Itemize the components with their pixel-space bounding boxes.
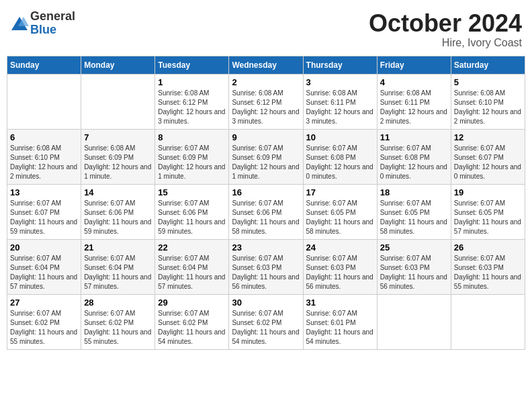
day-info: Sunrise: 6:08 AM Sunset: 6:12 PM Dayligh… xyxy=(232,89,300,126)
calendar-cell: 15Sunrise: 6:07 AM Sunset: 6:06 PM Dayli… xyxy=(155,184,229,239)
day-info: Sunrise: 6:07 AM Sunset: 6:05 PM Dayligh… xyxy=(454,199,522,236)
col-sunday: Sunday xyxy=(7,56,81,74)
day-info: Sunrise: 6:07 AM Sunset: 6:03 PM Dayligh… xyxy=(232,254,300,291)
col-thursday: Thursday xyxy=(303,56,377,74)
day-number: 29 xyxy=(158,298,226,308)
day-number: 19 xyxy=(454,187,522,197)
day-number: 14 xyxy=(84,187,152,197)
calendar-week-3: 13Sunrise: 6:07 AM Sunset: 6:07 PM Dayli… xyxy=(7,184,525,239)
calendar-cell: 13Sunrise: 6:07 AM Sunset: 6:07 PM Dayli… xyxy=(7,184,81,239)
day-number: 25 xyxy=(380,242,448,253)
day-number: 27 xyxy=(10,298,78,308)
day-number: 10 xyxy=(306,132,374,142)
day-number: 1 xyxy=(158,77,226,87)
calendar-cell: 23Sunrise: 6:07 AM Sunset: 6:03 PM Dayli… xyxy=(229,239,303,294)
calendar-cell xyxy=(451,294,525,349)
day-number: 17 xyxy=(306,187,374,197)
calendar-cell xyxy=(377,294,451,349)
day-number: 15 xyxy=(158,187,226,197)
calendar-cell: 25Sunrise: 6:07 AM Sunset: 6:03 PM Dayli… xyxy=(377,239,451,294)
col-monday: Monday xyxy=(81,56,155,74)
calendar-cell: 21Sunrise: 6:07 AM Sunset: 6:04 PM Dayli… xyxy=(81,239,155,294)
day-number: 31 xyxy=(306,298,374,308)
day-info: Sunrise: 6:08 AM Sunset: 6:12 PM Dayligh… xyxy=(158,89,226,126)
day-info: Sunrise: 6:07 AM Sunset: 6:08 PM Dayligh… xyxy=(306,144,374,181)
day-info: Sunrise: 6:08 AM Sunset: 6:09 PM Dayligh… xyxy=(84,144,152,181)
calendar-week-5: 27Sunrise: 6:07 AM Sunset: 6:02 PM Dayli… xyxy=(7,294,525,349)
calendar-cell: 1Sunrise: 6:08 AM Sunset: 6:12 PM Daylig… xyxy=(155,74,229,129)
day-info: Sunrise: 6:07 AM Sunset: 6:07 PM Dayligh… xyxy=(454,144,522,181)
day-info: Sunrise: 6:07 AM Sunset: 6:04 PM Dayligh… xyxy=(10,254,78,291)
month-info: October 2024 Hire, Ivory Coast xyxy=(369,10,522,49)
month-title: October 2024 xyxy=(369,10,522,37)
calendar-cell: 17Sunrise: 6:07 AM Sunset: 6:05 PM Dayli… xyxy=(303,184,377,239)
page-header: General Blue October 2024 Hire, Ivory Co… xyxy=(7,7,525,49)
calendar-cell: 16Sunrise: 6:07 AM Sunset: 6:06 PM Dayli… xyxy=(229,184,303,239)
calendar-cell: 4Sunrise: 6:08 AM Sunset: 6:11 PM Daylig… xyxy=(377,74,451,129)
logo-icon xyxy=(10,14,29,33)
col-wednesday: Wednesday xyxy=(229,56,303,74)
calendar-cell xyxy=(7,74,81,129)
day-info: Sunrise: 6:08 AM Sunset: 6:11 PM Dayligh… xyxy=(306,89,374,126)
logo-text: General Blue xyxy=(30,10,75,37)
calendar-cell: 10Sunrise: 6:07 AM Sunset: 6:08 PM Dayli… xyxy=(303,129,377,184)
calendar-cell: 24Sunrise: 6:07 AM Sunset: 6:03 PM Dayli… xyxy=(303,239,377,294)
col-tuesday: Tuesday xyxy=(155,56,229,74)
day-info: Sunrise: 6:07 AM Sunset: 6:06 PM Dayligh… xyxy=(158,199,226,236)
day-number: 20 xyxy=(10,242,78,253)
calendar-cell: 2Sunrise: 6:08 AM Sunset: 6:12 PM Daylig… xyxy=(229,74,303,129)
col-friday: Friday xyxy=(377,56,451,74)
calendar-header-row: Sunday Monday Tuesday Wednesday Thursday… xyxy=(7,56,525,74)
day-info: Sunrise: 6:07 AM Sunset: 6:08 PM Dayligh… xyxy=(380,144,448,181)
day-number: 13 xyxy=(10,187,78,197)
day-info: Sunrise: 6:07 AM Sunset: 6:04 PM Dayligh… xyxy=(158,254,226,291)
day-number: 7 xyxy=(84,132,152,142)
day-info: Sunrise: 6:07 AM Sunset: 6:02 PM Dayligh… xyxy=(158,309,226,347)
calendar-cell: 18Sunrise: 6:07 AM Sunset: 6:05 PM Dayli… xyxy=(377,184,451,239)
calendar-cell: 12Sunrise: 6:07 AM Sunset: 6:07 PM Dayli… xyxy=(451,129,525,184)
day-info: Sunrise: 6:07 AM Sunset: 6:02 PM Dayligh… xyxy=(232,309,300,347)
day-number: 3 xyxy=(306,77,374,87)
day-info: Sunrise: 6:07 AM Sunset: 6:09 PM Dayligh… xyxy=(232,144,300,181)
day-info: Sunrise: 6:08 AM Sunset: 6:10 PM Dayligh… xyxy=(10,144,78,181)
location: Hire, Ivory Coast xyxy=(369,37,522,49)
calendar-cell: 14Sunrise: 6:07 AM Sunset: 6:06 PM Dayli… xyxy=(81,184,155,239)
day-info: Sunrise: 6:07 AM Sunset: 6:06 PM Dayligh… xyxy=(84,199,152,236)
calendar-cell: 26Sunrise: 6:07 AM Sunset: 6:03 PM Dayli… xyxy=(451,239,525,294)
day-info: Sunrise: 6:07 AM Sunset: 6:05 PM Dayligh… xyxy=(380,199,448,236)
calendar-cell: 5Sunrise: 6:08 AM Sunset: 6:10 PM Daylig… xyxy=(451,74,525,129)
day-number: 21 xyxy=(84,242,152,253)
logo-general: General xyxy=(30,10,75,24)
day-number: 28 xyxy=(84,298,152,308)
logo-blue: Blue xyxy=(30,24,75,37)
day-info: Sunrise: 6:07 AM Sunset: 6:03 PM Dayligh… xyxy=(454,254,522,291)
col-saturday: Saturday xyxy=(451,56,525,74)
calendar-cell: 19Sunrise: 6:07 AM Sunset: 6:05 PM Dayli… xyxy=(451,184,525,239)
calendar-table: Sunday Monday Tuesday Wednesday Thursday… xyxy=(7,56,525,350)
day-number: 11 xyxy=(380,132,448,142)
day-info: Sunrise: 6:08 AM Sunset: 6:11 PM Dayligh… xyxy=(380,89,448,126)
day-number: 22 xyxy=(158,242,226,253)
day-info: Sunrise: 6:07 AM Sunset: 6:03 PM Dayligh… xyxy=(380,254,448,291)
day-number: 9 xyxy=(232,132,300,142)
calendar-cell: 29Sunrise: 6:07 AM Sunset: 6:02 PM Dayli… xyxy=(155,294,229,349)
calendar-cell: 27Sunrise: 6:07 AM Sunset: 6:02 PM Dayli… xyxy=(7,294,81,349)
day-number: 18 xyxy=(380,187,448,197)
day-info: Sunrise: 6:07 AM Sunset: 6:02 PM Dayligh… xyxy=(10,309,78,347)
calendar-cell: 6Sunrise: 6:08 AM Sunset: 6:10 PM Daylig… xyxy=(7,129,81,184)
calendar-cell: 31Sunrise: 6:07 AM Sunset: 6:01 PM Dayli… xyxy=(303,294,377,349)
calendar-cell: 30Sunrise: 6:07 AM Sunset: 6:02 PM Dayli… xyxy=(229,294,303,349)
calendar-cell: 22Sunrise: 6:07 AM Sunset: 6:04 PM Dayli… xyxy=(155,239,229,294)
day-info: Sunrise: 6:08 AM Sunset: 6:10 PM Dayligh… xyxy=(454,89,522,126)
calendar-cell: 9Sunrise: 6:07 AM Sunset: 6:09 PM Daylig… xyxy=(229,129,303,184)
day-info: Sunrise: 6:07 AM Sunset: 6:02 PM Dayligh… xyxy=(84,309,152,347)
day-number: 5 xyxy=(454,77,522,87)
calendar-week-4: 20Sunrise: 6:07 AM Sunset: 6:04 PM Dayli… xyxy=(7,239,525,294)
day-info: Sunrise: 6:07 AM Sunset: 6:03 PM Dayligh… xyxy=(306,254,374,291)
calendar-cell: 20Sunrise: 6:07 AM Sunset: 6:04 PM Dayli… xyxy=(7,239,81,294)
day-number: 6 xyxy=(10,132,78,142)
day-number: 30 xyxy=(232,298,300,308)
day-info: Sunrise: 6:07 AM Sunset: 6:09 PM Dayligh… xyxy=(158,144,226,181)
calendar-week-2: 6Sunrise: 6:08 AM Sunset: 6:10 PM Daylig… xyxy=(7,129,525,184)
day-number: 24 xyxy=(306,242,374,253)
